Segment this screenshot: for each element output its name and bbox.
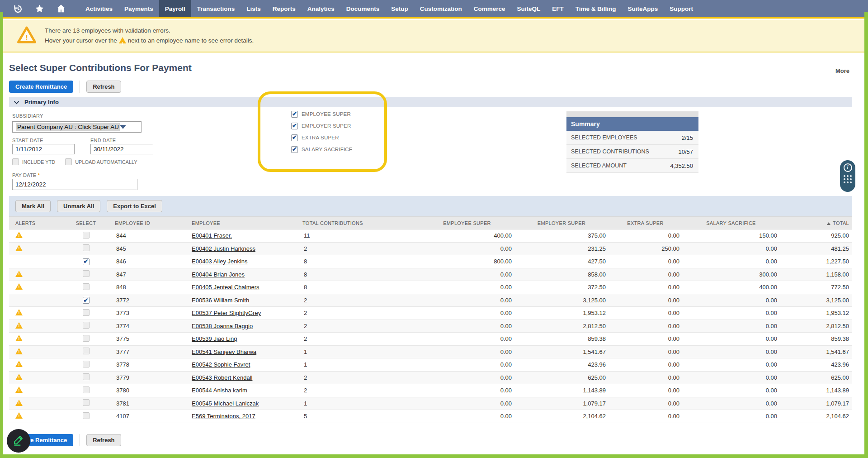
upload-automatically-checkbox[interactable]	[65, 158, 72, 165]
info-icon[interactable]: i	[844, 163, 852, 172]
nav-item-eft[interactable]: EFT	[546, 0, 570, 17]
row-select-checkbox[interactable]	[83, 309, 90, 316]
nav-item-payments[interactable]: Payments	[118, 0, 159, 17]
nav-item-suiteql[interactable]: SuiteQL	[511, 0, 547, 17]
nav-item-time-billing[interactable]: Time & Billing	[570, 0, 622, 17]
star-icon[interactable]	[34, 4, 44, 14]
row-select-checkbox[interactable]	[83, 335, 90, 342]
include-ytd-checkbox[interactable]	[12, 158, 19, 165]
employee-link[interactable]: E00403 Alley Jenkins	[192, 258, 248, 265]
warning-icon[interactable]	[15, 335, 23, 341]
nav-item-commerce[interactable]: Commerce	[468, 0, 511, 17]
warning-icon[interactable]	[15, 245, 23, 251]
row-select-checkbox[interactable]	[83, 348, 90, 354]
grid-dots-icon[interactable]	[844, 175, 852, 183]
row-select-checkbox[interactable]	[83, 258, 90, 265]
help-widget[interactable]: i	[840, 160, 855, 192]
row-select-checkbox[interactable]	[83, 373, 90, 380]
employee-link[interactable]: E00545 Michael Laniczak	[192, 400, 259, 407]
warning-icon[interactable]	[15, 271, 23, 277]
column-header-employee[interactable]: EMPLOYEE	[190, 217, 301, 229]
employee-link[interactable]: E00539 Jiao Ling	[192, 335, 237, 342]
employee-link[interactable]: E00538 Joanna Baggio	[192, 323, 253, 329]
employee-link[interactable]: E00401 Fraser,	[192, 232, 232, 239]
nav-item-transactions[interactable]: Transactions	[191, 0, 241, 17]
more-link[interactable]: More	[835, 67, 849, 74]
total-cell: 1,227.50	[780, 255, 852, 268]
screenshot-border-bottom	[0, 454, 868, 458]
warning-icon[interactable]	[15, 322, 23, 329]
scrollbar-track[interactable]	[861, 53, 861, 454]
column-header-salary-sacrifice[interactable]: SALARY SACRIFICE	[682, 217, 780, 229]
warning-icon[interactable]	[15, 361, 23, 367]
row-select-checkbox[interactable]	[83, 297, 90, 304]
row-select-checkbox[interactable]	[83, 244, 90, 251]
warning-icon[interactable]	[15, 412, 23, 419]
checkbox-extra-super[interactable]	[291, 134, 298, 141]
warning-icon[interactable]	[15, 283, 23, 290]
nav-item-customization[interactable]: Customization	[414, 0, 468, 17]
column-header-total-contributions[interactable]: TOTAL CONTRIBUTIONS	[301, 217, 420, 229]
employee-link[interactable]: E00543 Robert Kendall	[192, 374, 252, 381]
employee-link[interactable]: E00402 Justin Harkness	[192, 245, 255, 252]
column-header-employee-super[interactable]: EMPLOYEE SUPER	[420, 217, 514, 229]
warning-icon[interactable]	[15, 386, 23, 393]
employee-link[interactable]: E00541 Sanjeev Bharwa	[192, 348, 256, 355]
nav-item-activities[interactable]: Activities	[80, 0, 118, 17]
nav-item-reports[interactable]: Reports	[267, 0, 302, 17]
row-select-checkbox[interactable]	[83, 412, 90, 419]
employee-link[interactable]: E00404 Brian Jones	[192, 271, 245, 278]
row-select-checkbox[interactable]	[83, 322, 90, 329]
nav-item-documents[interactable]: Documents	[340, 0, 386, 17]
checkbox-employee-super[interactable]	[291, 111, 298, 118]
create-remittance-button[interactable]: Create Remittance	[9, 81, 73, 93]
start-date-input[interactable]: 1/11/2012	[12, 144, 75, 154]
pay-date-input[interactable]: 12/12/2022	[12, 179, 137, 190]
nav-item-setup[interactable]: Setup	[385, 0, 414, 17]
refresh-button[interactable]: Refresh	[86, 81, 121, 93]
end-date-input[interactable]: 30/11/2022	[90, 144, 153, 154]
employee-link[interactable]: E569 Terminatons, 2017	[192, 413, 255, 420]
employee-link[interactable]: E00542 Sophie Favret	[192, 361, 250, 368]
warning-icon[interactable]	[15, 348, 23, 354]
warning-icon[interactable]	[15, 374, 23, 380]
nav-item-suiteapps[interactable]: SuiteApps	[622, 0, 664, 17]
column-header-total[interactable]: TOTAL	[780, 217, 852, 229]
row-select-checkbox[interactable]	[83, 232, 90, 239]
warning-icon[interactable]	[15, 232, 23, 238]
mark-all-button[interactable]: Mark All	[15, 200, 51, 212]
nav-item-support[interactable]: Support	[664, 0, 699, 17]
warning-icon[interactable]	[15, 309, 23, 315]
checkbox-employer-super[interactable]	[291, 123, 298, 129]
unmark-all-button[interactable]: Unmark All	[57, 200, 100, 212]
column-header-select[interactable]: SELECT	[59, 217, 113, 229]
checkbox-salary-sacrifice[interactable]	[291, 146, 298, 153]
history-icon[interactable]	[13, 4, 23, 14]
row-select-checkbox[interactable]	[83, 386, 90, 393]
employee-id-cell: 3780	[113, 384, 190, 397]
export-to-excel-button[interactable]: Export to Excel	[107, 200, 162, 212]
refresh-button-bottom[interactable]: Refresh	[86, 434, 121, 446]
nav-item-analytics[interactable]: Analytics	[302, 0, 340, 17]
nav-item-payroll[interactable]: Payroll	[159, 0, 191, 17]
column-header-extra-super[interactable]: EXTRA SUPER	[609, 217, 682, 229]
employee-link[interactable]: E00537 Peter SlightlyGrey	[192, 310, 261, 316]
row-select-checkbox[interactable]	[83, 270, 90, 277]
row-select-checkbox[interactable]	[83, 361, 90, 367]
table-row: 845E00402 Justin Harkness20.00231.25250.…	[9, 242, 852, 255]
row-select-checkbox[interactable]	[83, 399, 90, 406]
nav-item-lists[interactable]: Lists	[241, 0, 267, 17]
salary-sacrifice-cell: 0.00	[682, 320, 780, 333]
row-select-checkbox[interactable]	[83, 283, 90, 290]
edit-overlay-button[interactable]	[7, 429, 30, 453]
subsidiary-select[interactable]: Parent Company AU : Click Super AU	[12, 121, 142, 133]
column-header-employee-id[interactable]: EMPLOYEE ID	[113, 217, 190, 229]
primary-info-section-header[interactable]: Primary Info	[9, 97, 852, 107]
employee-link[interactable]: E00544 Anisha karim	[192, 387, 247, 394]
column-header-alerts[interactable]: ALERTS	[9, 217, 59, 229]
employee-link[interactable]: E00536 William Smith	[192, 297, 249, 304]
column-header-employer-super[interactable]: EMPLOYER SUPER	[514, 217, 609, 229]
employee-link[interactable]: E00405 Jenteal Chalmers	[192, 284, 259, 291]
home-icon[interactable]	[56, 4, 66, 14]
warning-icon[interactable]	[15, 400, 23, 406]
